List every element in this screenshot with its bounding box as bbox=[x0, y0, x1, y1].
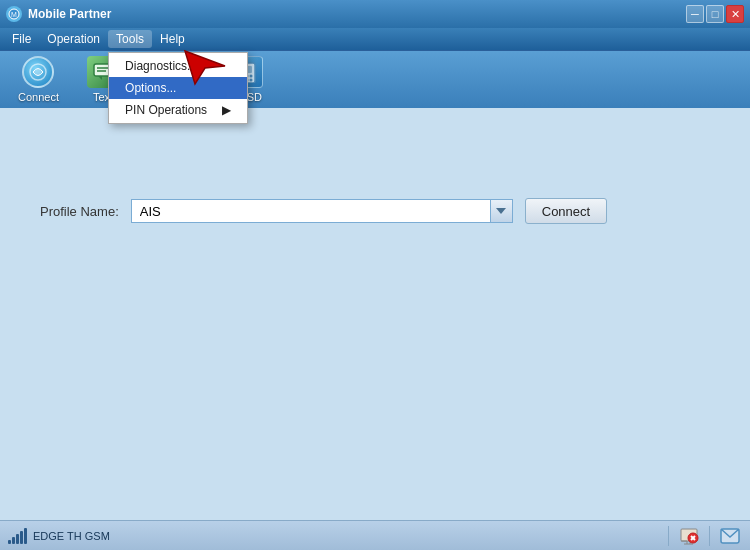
menu-help[interactable]: Help bbox=[152, 30, 193, 48]
signal-strength-icon bbox=[8, 528, 27, 544]
profile-input[interactable] bbox=[131, 199, 491, 223]
menu-bar: File Operation Tools Diagnostics... Opti… bbox=[0, 28, 750, 50]
signal-bar-5 bbox=[24, 528, 27, 544]
menu-tools[interactable]: Tools Diagnostics... Options... PIN Oper… bbox=[108, 30, 152, 48]
status-divider-1 bbox=[668, 526, 669, 546]
status-right bbox=[718, 524, 742, 548]
email-icon bbox=[718, 524, 742, 548]
svg-marker-7 bbox=[98, 76, 102, 80]
svg-text:M: M bbox=[11, 11, 17, 18]
profile-select-wrap bbox=[131, 199, 513, 223]
signal-bar-4 bbox=[20, 531, 23, 544]
close-button[interactable]: ✕ bbox=[726, 5, 744, 23]
svg-point-20 bbox=[249, 75, 252, 78]
signal-bar-1 bbox=[8, 540, 11, 544]
main-content: Profile Name: Connect bbox=[0, 108, 750, 520]
menu-file[interactable]: File bbox=[4, 30, 39, 48]
connect-icon bbox=[22, 56, 54, 88]
svg-marker-24 bbox=[496, 208, 506, 214]
signal-bar-2 bbox=[12, 537, 15, 544]
restore-button[interactable]: □ bbox=[706, 5, 724, 23]
tools-dropdown: Diagnostics... Options... PIN Operations… bbox=[108, 52, 248, 124]
dropdown-pin-operations[interactable]: PIN Operations ▶ bbox=[109, 99, 247, 121]
minimize-button[interactable]: ─ bbox=[686, 5, 704, 23]
network-status: EDGE TH GSM bbox=[33, 530, 110, 542]
menu-operation[interactable]: Operation bbox=[39, 30, 108, 48]
dropdown-options[interactable]: Options... bbox=[109, 77, 247, 99]
window-title: Mobile Partner bbox=[28, 7, 111, 21]
app-icon: M bbox=[6, 6, 22, 22]
svg-point-23 bbox=[249, 79, 252, 82]
status-left: EDGE TH GSM bbox=[8, 528, 660, 544]
title-bar: M Mobile Partner ─ □ ✕ bbox=[0, 0, 750, 28]
title-buttons: ─ □ ✕ bbox=[686, 5, 744, 23]
profile-name-label: Profile Name: bbox=[40, 204, 119, 219]
status-bar: EDGE TH GSM bbox=[0, 520, 750, 550]
status-divider-2 bbox=[709, 526, 710, 546]
error-icon bbox=[677, 524, 701, 548]
signal-bar-3 bbox=[16, 534, 19, 544]
connect-label: Connect bbox=[18, 91, 59, 103]
toolbar-connect[interactable]: Connect bbox=[8, 52, 69, 107]
profile-row: Profile Name: Connect bbox=[40, 198, 710, 224]
dropdown-diagnostics[interactable]: Diagnostics... bbox=[109, 55, 247, 77]
connect-button[interactable]: Connect bbox=[525, 198, 607, 224]
title-bar-left: M Mobile Partner bbox=[6, 6, 111, 22]
submenu-arrow-icon: ▶ bbox=[222, 103, 231, 117]
profile-dropdown-button[interactable] bbox=[491, 199, 513, 223]
